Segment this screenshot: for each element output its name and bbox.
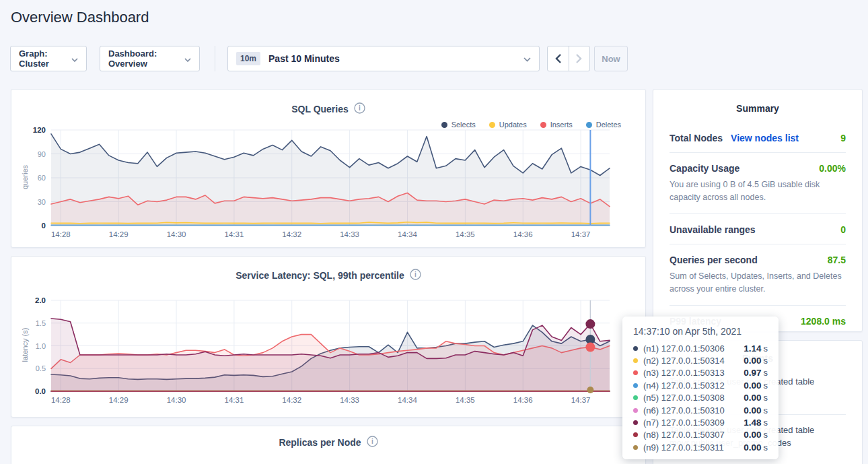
svg-text:14:28: 14:28 — [51, 230, 71, 238]
node-latency-value: 0.00 — [744, 442, 761, 453]
latency-unit: s — [764, 405, 768, 416]
node-latency-value: 0.97 — [744, 368, 761, 378]
capacity-usage-label: Capacity Usage — [670, 163, 739, 174]
svg-text:1.0: 1.0 — [36, 342, 46, 350]
replicas-per-node-title: Replicas per Node — [279, 437, 361, 448]
chart-hover-tooltip: 14:37:10 on Apr 5th, 2021 (n1) 127.0.0.1… — [622, 317, 779, 459]
node-color-dot-icon — [633, 420, 638, 425]
node-latency-value: 0.00 — [744, 380, 761, 391]
tooltip-node-row: (n6) 127.0.0.1:503100.00s — [633, 404, 768, 416]
now-button[interactable]: Now — [594, 46, 628, 71]
chevron-down-icon — [184, 54, 191, 64]
node-color-dot-icon — [633, 408, 638, 413]
next-time-button[interactable] — [569, 46, 590, 71]
node-latency-value: 1.48 — [744, 418, 761, 428]
latency-unit: s — [764, 430, 768, 440]
dashboard-select-label: Dashboard: Overview — [108, 48, 178, 69]
svg-text:2.0: 2.0 — [35, 296, 46, 304]
tooltip-node-list: (n1) 127.0.0.1:503061.14s(n2) 127.0.0.1:… — [633, 342, 768, 454]
svg-text:120: 120 — [33, 126, 46, 134]
svg-text:14:35: 14:35 — [456, 396, 475, 404]
tooltip-node-row: (n7) 127.0.0.1:503091.48s — [633, 416, 768, 428]
node-address: (n1) 127.0.0.1:50306 — [643, 343, 744, 354]
svg-text:14:31: 14:31 — [225, 230, 244, 238]
node-latency-value: 0.00 — [744, 405, 761, 416]
graph-select-label: Graph: Cluster — [19, 48, 65, 69]
svg-text:14:33: 14:33 — [340, 230, 359, 238]
svg-text:14:34: 14:34 — [398, 396, 417, 404]
svg-text:14:36: 14:36 — [513, 396, 533, 404]
total-nodes-label: Total Nodes — [670, 133, 723, 143]
info-icon[interactable]: i — [354, 102, 365, 116]
unavailable-ranges-label: Unavailable ranges — [670, 224, 756, 235]
sql-queries-title: SQL Queries — [291, 104, 349, 114]
capacity-usage-value: 0.00% — [819, 163, 846, 174]
svg-text:14:34: 14:34 — [398, 230, 417, 238]
latency-unit: s — [764, 368, 768, 378]
svg-text:0.5: 0.5 — [36, 364, 46, 372]
svg-text:14:33: 14:33 — [340, 396, 359, 404]
svg-text:14:31: 14:31 — [225, 396, 244, 404]
tooltip-node-row: (n8) 127.0.0.1:503070.00s — [633, 429, 768, 441]
svg-text:14:29: 14:29 — [109, 396, 129, 404]
svg-text:14:29: 14:29 — [109, 230, 129, 238]
node-address: (n9) 127.0.0.1:50311 — [643, 442, 744, 453]
node-address: (n2) 127.0.0.1:50314 — [643, 356, 744, 366]
info-icon[interactable]: i — [410, 269, 421, 282]
node-color-dot-icon — [633, 395, 638, 400]
node-address: (n5) 127.0.0.1:50308 — [643, 393, 744, 403]
svg-text:14:32: 14:32 — [282, 230, 301, 238]
node-color-dot-icon — [633, 432, 638, 437]
latency-unit: s — [764, 343, 768, 354]
svg-text:14:37: 14:37 — [571, 230, 591, 238]
tooltip-node-row: (n2) 127.0.0.1:503140.00s — [633, 354, 768, 366]
replicas-per-node-panel: Replicas per Node i — [11, 426, 646, 464]
tooltip-node-row: (n1) 127.0.0.1:503061.14s — [633, 342, 768, 354]
tooltip-node-row: (n5) 127.0.0.1:503080.00s — [633, 392, 768, 404]
latency-unit: s — [764, 442, 768, 453]
svg-text:14:28: 14:28 — [51, 396, 71, 404]
node-latency-value: 0.00 — [744, 393, 761, 403]
tooltip-timestamp: 14:37:10 on Apr 5th, 2021 — [633, 326, 768, 337]
node-latency-value: 0.00 — [744, 430, 761, 440]
latency-unit: s — [764, 418, 768, 428]
svg-text:1.5: 1.5 — [36, 319, 46, 327]
svg-text:i: i — [414, 271, 417, 278]
svg-text:i: i — [359, 104, 361, 112]
info-icon[interactable]: i — [367, 436, 378, 449]
prev-time-button[interactable] — [548, 46, 569, 71]
graph-select[interactable]: Graph: Cluster — [10, 46, 87, 71]
svg-text:14:32: 14:32 — [282, 396, 301, 404]
svg-text:14:30: 14:30 — [167, 230, 186, 238]
service-latency-title: Service Latency: SQL, 99th percentile — [236, 270, 404, 281]
node-address: (n3) 127.0.0.1:50313 — [643, 368, 744, 378]
latency-unit: s — [764, 380, 768, 391]
svg-text:i: i — [371, 438, 373, 445]
dashboard-select[interactable]: Dashboard: Overview — [100, 46, 200, 71]
node-address: (n4) 127.0.0.1:50312 — [643, 380, 744, 391]
qps-desc: Sum of Selects, Updates, Inserts, and De… — [670, 270, 846, 296]
chevron-down-icon — [523, 54, 531, 64]
unavailable-ranges-value: 0 — [840, 224, 846, 235]
overview-dashboard-page: Overview Dashboard Graph: Cluster Dashbo… — [0, 0, 868, 464]
summary-title: Summary — [653, 90, 862, 114]
summary-panel: Summary Total Nodes View nodes list 9 Ca… — [653, 89, 863, 332]
time-range-select[interactable]: 10m Past 10 Minutes — [227, 46, 540, 71]
sql-queries-chart[interactable]: 030609012014:2814:2914:3014:3114:3214:33… — [11, 125, 647, 243]
view-nodes-list-link[interactable]: View nodes list — [731, 133, 799, 143]
service-latency-chart[interactable]: 0.00.51.01.52.014:2814:2914:3014:3114:32… — [11, 290, 647, 413]
svg-text:14:30: 14:30 — [167, 396, 186, 404]
page-title: Overview Dashboard — [11, 9, 149, 26]
svg-text:14:35: 14:35 — [456, 230, 475, 238]
chevron-down-icon — [71, 54, 78, 64]
sql-queries-panel: SQL Queries i SelectsUpdatesInsertsDelet… — [11, 89, 646, 248]
capacity-usage-desc: You are using 0 B of 4.5 GiB usable disk… — [670, 178, 846, 205]
tooltip-node-row: (n9) 127.0.0.1:503110.00s — [633, 441, 768, 453]
svg-text:0.0: 0.0 — [35, 387, 46, 395]
time-nav-buttons — [547, 46, 590, 71]
node-latency-value: 0.00 — [744, 356, 761, 366]
node-color-dot-icon — [633, 346, 638, 351]
latency-unit: s — [764, 356, 768, 366]
svg-text:60: 60 — [38, 174, 46, 182]
node-latency-value: 1.14 — [744, 343, 761, 354]
